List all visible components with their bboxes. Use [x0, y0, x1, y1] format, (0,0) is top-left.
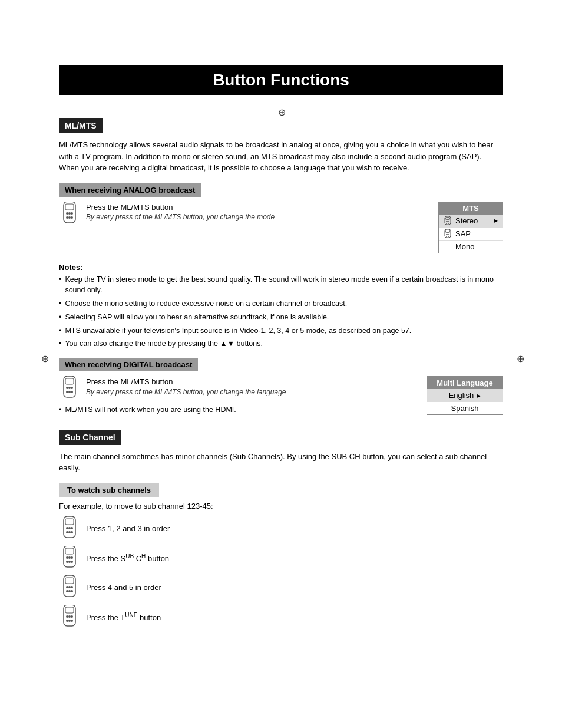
svg-point-10 — [446, 221, 447, 222]
svg-point-36 — [68, 527, 71, 529]
remote-icon-analog — [59, 202, 80, 226]
ml-menu: Multi Language English ▸ Spanish — [427, 376, 503, 415]
ml-mts-intro: ML/MTS technology allows several audio s… — [59, 139, 503, 174]
sub-step-1-row: Press 1, 2 and 3 in order — [59, 516, 503, 541]
svg-point-51 — [71, 590, 73, 592]
mts-row-stereo: Stereo ▸ — [439, 215, 503, 228]
svg-point-19 — [447, 234, 448, 235]
ml-mts-header: ML/MTS — [59, 118, 103, 133]
remote-icon-sub4 — [59, 605, 80, 630]
ml-row-spanish: Spanish — [427, 402, 503, 414]
svg-point-25 — [71, 387, 73, 389]
mts-sap-label: SAP — [455, 229, 471, 238]
note-item-2: • Choose the mono setting to reduce exce… — [59, 298, 503, 309]
svg-point-20 — [446, 236, 447, 237]
remote-icon-sub1 — [59, 516, 80, 541]
sub-channel-example: For example, to move to sub channel 123-… — [59, 502, 503, 510]
sub-step-1-text: Press 1, 2 and 3 in order — [86, 523, 170, 535]
sub-channel-intro: The main channel sometimes has minor cha… — [59, 451, 503, 474]
svg-point-44 — [68, 556, 71, 559]
note-text-5: You can also change the mode by pressing… — [65, 338, 263, 350]
digital-ml-box: Multi Language English ▸ Spanish — [427, 376, 503, 415]
svg-point-24 — [66, 387, 68, 389]
page-title: Button Functions — [59, 65, 503, 95]
svg-point-41 — [71, 556, 73, 559]
svg-rect-31 — [65, 519, 74, 525]
svg-point-60 — [68, 615, 71, 618]
page-container: ⊕ ⊕ ⊕ ⊕ Button Functions ML/MTS ML/MTS t… — [0, 65, 562, 728]
sub-step-4-text: Press the TUNE button — [86, 611, 161, 624]
analog-header: When receiving ANALOG broadcast — [59, 183, 201, 197]
side-line-left — [59, 65, 59, 728]
mts-arrow: ▸ — [494, 216, 498, 225]
svg-point-17 — [446, 234, 447, 235]
svg-point-34 — [66, 531, 68, 533]
svg-point-21 — [448, 236, 449, 237]
svg-point-50 — [66, 590, 68, 592]
note-item-1: • Keep the TV in stereo mode to get the … — [59, 274, 503, 297]
svg-point-26 — [66, 391, 68, 393]
svg-point-57 — [71, 615, 73, 618]
sub-step-2-text: Press the SUB CH button — [86, 552, 169, 565]
svg-point-56 — [66, 615, 68, 618]
svg-point-6 — [68, 212, 71, 215]
sub-step-3-text: Press 4 and 5 in order — [86, 582, 161, 594]
svg-point-13 — [446, 223, 447, 224]
svg-point-27 — [71, 391, 73, 393]
mts-stereo-label: Stereo — [455, 216, 478, 225]
svg-rect-23 — [65, 378, 74, 384]
note-item-5: • You can also change the mode by pressi… — [59, 338, 503, 350]
ml-row-english: English ▸ — [427, 389, 503, 402]
mts-row-sap: SAP — [439, 228, 503, 241]
svg-rect-39 — [65, 548, 74, 554]
sub-step-2-row: Press the SUB CH button — [59, 546, 503, 571]
crosshair-mid-left: ⊕ — [40, 354, 49, 363]
ml-spanish-label: Spanish — [451, 404, 479, 413]
svg-rect-9 — [446, 218, 450, 220]
sub-step-3-row: Press 4 and 5 in order — [59, 575, 503, 600]
analog-step1-text: Press the ML/MTS button By every press o… — [86, 202, 275, 222]
svg-rect-55 — [65, 607, 74, 613]
mts-row-mono: Mono — [439, 241, 503, 253]
svg-point-35 — [71, 531, 73, 533]
mts-menu: MTS — [438, 202, 503, 253]
analog-section: When receiving ANALOG broadcast — [59, 183, 503, 253]
svg-point-2 — [66, 212, 68, 215]
analog-content: Press the ML/MTS button By every press o… — [59, 202, 503, 253]
mts-mono-label: Mono — [455, 242, 475, 251]
svg-point-37 — [68, 531, 71, 533]
remote-small-icon-stereo — [444, 216, 452, 225]
analog-left: Press the ML/MTS button By every press o… — [59, 202, 427, 230]
analog-step1-row: Press the ML/MTS button By every press o… — [59, 202, 427, 226]
ml-english-label: English — [449, 391, 474, 400]
svg-point-18 — [448, 234, 449, 235]
svg-point-4 — [66, 216, 68, 219]
svg-rect-1 — [65, 204, 74, 210]
svg-point-48 — [66, 586, 68, 588]
digital-header: When receiving DIGITAL broadcast — [59, 358, 198, 371]
svg-point-61 — [68, 620, 71, 622]
crosshair-mid-right: ⊕ — [515, 354, 525, 363]
watch-sub-channels-header: To watch sub channels — [59, 483, 159, 497]
digital-hdmi-text: ML/MTS will not work when you are using … — [65, 404, 236, 416]
svg-point-12 — [447, 221, 448, 222]
svg-point-5 — [71, 216, 73, 219]
sub-channel-section: Sub Channel The main channel sometimes h… — [59, 430, 503, 630]
digital-content: Press the ML/MTS button By every press o… — [59, 376, 503, 418]
notes-section: Notes: • Keep the TV in stereo mode to g… — [59, 263, 503, 350]
svg-point-28 — [68, 387, 71, 389]
note-item-3: • Selecting SAP will allow you to hear a… — [59, 312, 503, 323]
sub-step-4-row: Press the TUNE button — [59, 605, 503, 630]
svg-rect-47 — [65, 578, 74, 584]
svg-point-33 — [71, 527, 73, 529]
sub-channel-header: Sub Channel — [59, 430, 121, 445]
notes-title: Notes: — [59, 263, 503, 272]
analog-mts-box: MTS — [438, 202, 503, 253]
svg-point-29 — [68, 391, 71, 393]
svg-point-11 — [448, 221, 449, 222]
digital-section: When receiving DIGITAL broadcast — [59, 358, 503, 418]
note-item-4: • MTS unavailable if your television's I… — [59, 325, 503, 337]
svg-point-58 — [66, 620, 68, 622]
svg-point-3 — [71, 212, 73, 215]
svg-point-53 — [68, 590, 71, 592]
